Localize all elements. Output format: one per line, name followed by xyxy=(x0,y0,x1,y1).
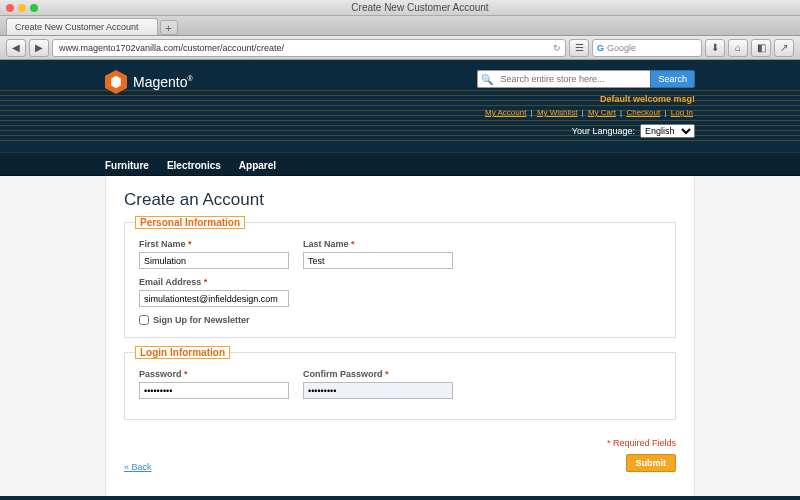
search-button[interactable]: Search xyxy=(650,70,695,88)
nav-electronics[interactable]: Electronics xyxy=(167,160,221,171)
brand-name: Magento xyxy=(133,74,187,90)
link-my-cart[interactable]: My Cart xyxy=(588,108,616,117)
link-checkout[interactable]: Checkout xyxy=(626,108,660,117)
form-footer: « Back * Required Fields Submit xyxy=(124,438,676,472)
google-icon: G xyxy=(597,43,604,53)
logo[interactable]: Magento® xyxy=(105,70,193,94)
newsletter-checkbox-label[interactable]: Sign Up for Newsletter xyxy=(139,315,661,325)
email-input[interactable] xyxy=(139,290,289,307)
page-content: Create an Account Personal Information F… xyxy=(0,176,800,496)
browser-search[interactable]: GGoogle xyxy=(592,39,702,57)
submit-button[interactable]: Submit xyxy=(626,454,677,472)
main-nav: Furniture Electronics Apparel xyxy=(0,152,800,176)
search-icon: 🔍 xyxy=(477,70,495,88)
link-log-in[interactable]: Log In xyxy=(671,108,693,117)
nav-apparel[interactable]: Apparel xyxy=(239,160,276,171)
site-header: Magento® 🔍 Search Default welcome msg! M… xyxy=(0,60,800,152)
traffic-lights xyxy=(6,4,38,12)
browser-toolbar: ◀ ▶ www.magento1702vanilla.com/customer/… xyxy=(0,36,800,60)
window-title: Create New Customer Account xyxy=(46,2,794,13)
close-window-icon[interactable] xyxy=(6,4,14,12)
welcome-message: Default welcome msg! xyxy=(600,94,695,104)
password-label: Password * xyxy=(139,369,289,379)
zoom-window-icon[interactable] xyxy=(30,4,38,12)
new-tab-button[interactable]: + xyxy=(160,20,178,35)
browser-tab[interactable]: Create New Customer Account xyxy=(6,18,158,35)
newsletter-label-text: Sign Up for Newsletter xyxy=(153,315,250,325)
browser-tabbar: Create New Customer Account + xyxy=(0,16,800,36)
top-links: My Account | My Wishlist | My Cart | Che… xyxy=(483,108,695,117)
extension-icon[interactable]: ◧ xyxy=(751,39,771,57)
language-select[interactable]: English xyxy=(640,124,695,138)
site-search: 🔍 Search xyxy=(477,70,695,88)
back-link[interactable]: « Back xyxy=(124,462,152,472)
logo-icon xyxy=(105,70,127,94)
link-my-wishlist[interactable]: My Wishlist xyxy=(537,108,577,117)
download-icon[interactable]: ⬇ xyxy=(705,39,725,57)
share-icon[interactable]: ↗ xyxy=(774,39,794,57)
back-button[interactable]: ◀ xyxy=(6,39,26,57)
registered-icon: ® xyxy=(187,75,192,82)
nav-furniture[interactable]: Furniture xyxy=(105,160,149,171)
fieldset-login: Login Information Password * Confirm Pas… xyxy=(124,352,676,420)
page-title: Create an Account xyxy=(124,190,676,210)
tab-label: Create New Customer Account xyxy=(15,22,139,32)
required-note: * Required Fields xyxy=(607,438,676,448)
first-name-input[interactable] xyxy=(139,252,289,269)
legend-login: Login Information xyxy=(135,346,230,359)
confirm-password-input[interactable] xyxy=(303,382,453,399)
language-label: Your Language: xyxy=(572,126,635,136)
minimize-window-icon[interactable] xyxy=(18,4,26,12)
search-input[interactable] xyxy=(495,70,650,88)
window-titlebar: Create New Customer Account xyxy=(0,0,800,16)
url-text: www.magento1702vanilla.com/customer/acco… xyxy=(59,43,284,53)
home-icon[interactable]: ⌂ xyxy=(728,39,748,57)
fieldset-personal: Personal Information First Name * Last N… xyxy=(124,222,676,338)
legend-personal: Personal Information xyxy=(135,216,245,229)
first-name-label: First Name * xyxy=(139,239,289,249)
browser-search-placeholder: Google xyxy=(607,43,636,53)
forward-button[interactable]: ▶ xyxy=(29,39,49,57)
language-selector: Your Language: English xyxy=(572,124,695,138)
last-name-label: Last Name * xyxy=(303,239,453,249)
password-input[interactable] xyxy=(139,382,289,399)
link-my-account[interactable]: My Account xyxy=(485,108,526,117)
confirm-password-label: Confirm Password * xyxy=(303,369,453,379)
newsletter-checkbox[interactable] xyxy=(139,315,149,325)
last-name-input[interactable] xyxy=(303,252,453,269)
page-viewport: Magento® 🔍 Search Default welcome msg! M… xyxy=(0,60,800,500)
reader-icon[interactable]: ☰ xyxy=(569,39,589,57)
email-label: Email Address * xyxy=(139,277,289,287)
address-bar[interactable]: www.magento1702vanilla.com/customer/acco… xyxy=(52,39,566,57)
